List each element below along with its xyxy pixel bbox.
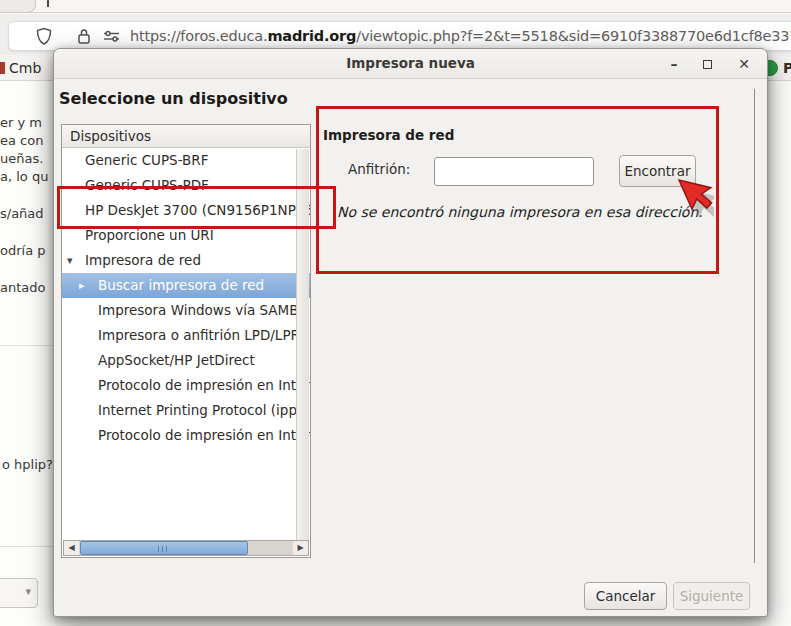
device-item-provide-uri[interactable]: Proporcione un URI bbox=[62, 223, 310, 248]
screen: https://foros.educa.madrid.org/viewtopic… bbox=[0, 0, 791, 626]
bookmark-item-right[interactable]: PC bbox=[783, 60, 791, 76]
page-text-line: a, lo qu bbox=[0, 169, 48, 184]
url-path: /viewtopic.php?f=2&t=5518&sid=6910f33887… bbox=[356, 28, 791, 44]
page-text-line: odría p bbox=[0, 243, 46, 258]
page-text-line: s/añad bbox=[0, 206, 44, 221]
bookmark-item-left[interactable]: Cmb bbox=[9, 60, 41, 76]
expander-right-icon[interactable]: ▸ bbox=[79, 273, 85, 298]
vertical-scrollbar[interactable] bbox=[296, 149, 309, 547]
chevron-down-icon: ▾ bbox=[25, 585, 31, 598]
lock-icon[interactable] bbox=[77, 28, 91, 45]
dialog-title: Impresora nueva bbox=[54, 55, 767, 71]
new-printer-dialog: Impresora nueva – ✕ Seleccione un dispos… bbox=[53, 48, 768, 617]
dropdown-button[interactable]: ▾ bbox=[0, 578, 38, 608]
horizontal-scrollbar[interactable]: ◀ ▶ bbox=[63, 540, 309, 556]
page-text-line: ueñas. bbox=[0, 151, 43, 166]
device-item-generic-cups-brf[interactable]: Generic CUPS-BRF bbox=[62, 148, 310, 173]
scrollbar-thumb[interactable] bbox=[80, 541, 248, 555]
close-button[interactable]: ✕ bbox=[733, 53, 755, 75]
dialog-titlebar[interactable]: Impresora nueva – ✕ bbox=[54, 49, 767, 79]
cancel-button[interactable]: Cancelar bbox=[584, 582, 667, 610]
page-title: Seleccione un dispositivo bbox=[59, 89, 288, 108]
device-list-header[interactable]: Dispositivos bbox=[62, 125, 310, 148]
browser-tab[interactable] bbox=[0, 0, 36, 13]
scroll-right-icon[interactable]: ▶ bbox=[293, 541, 308, 555]
host-label: Anfitrión: bbox=[348, 161, 410, 177]
minimize-button[interactable]: – bbox=[663, 53, 685, 75]
favicon-icon bbox=[0, 62, 5, 74]
maximize-icon bbox=[703, 60, 712, 69]
page-text-line: o hplip? bbox=[2, 457, 53, 472]
maximize-button[interactable] bbox=[697, 53, 719, 75]
expander-down-icon[interactable]: ▾ bbox=[67, 248, 73, 273]
scroll-left-icon[interactable]: ◀ bbox=[64, 541, 79, 555]
url-bar[interactable]: https://foros.educa.madrid.org/viewtopic… bbox=[8, 21, 791, 51]
host-input[interactable] bbox=[434, 157, 594, 186]
device-item-network-printer[interactable]: ▾Impresora de red bbox=[62, 248, 310, 273]
status-message: No se encontró ninguna impresora en esa … bbox=[337, 204, 703, 220]
page-text-line: er y m bbox=[0, 115, 42, 130]
divider bbox=[0, 546, 55, 547]
url-domain: madrid.org bbox=[267, 28, 356, 44]
url-text: https://foros.educa.madrid.org/viewtopic… bbox=[130, 28, 791, 44]
device-list: Dispositivos Generic CUPS-BRF Generic CU… bbox=[61, 124, 311, 558]
tab-text-fragment bbox=[47, 0, 49, 7]
grip-icon bbox=[158, 546, 170, 552]
page-content-fragment: er y m ea con ueñas. a, lo qu s/añad odr… bbox=[0, 81, 55, 626]
panel-separator bbox=[754, 89, 755, 563]
device-item-ipps[interactable]: Internet Printing Protocol (ipps) bbox=[62, 398, 310, 423]
find-button[interactable]: Encontrar bbox=[619, 155, 696, 187]
shield-icon[interactable] bbox=[35, 27, 53, 46]
device-item-samba[interactable]: Impresora Windows vía SAMBA bbox=[62, 298, 310, 323]
network-panel-heading: Impresora de red bbox=[323, 127, 454, 143]
device-item-generic-cups-pdf[interactable]: Generic CUPS-PDF bbox=[62, 173, 310, 198]
device-item-jetdirect[interactable]: AppSocket/HP JetDirect bbox=[62, 348, 310, 373]
device-item-hp-deskjet[interactable]: HP DeskJet 3700 (CN9156P1NP06H1 bbox=[62, 198, 310, 223]
page-text-line: ea con bbox=[0, 133, 43, 148]
page-text-line: antado bbox=[0, 280, 45, 295]
device-item-ipp2[interactable]: Protocolo de impresión en Intern bbox=[62, 423, 310, 448]
device-item-lpd-lpr[interactable]: Impresora o anfitrión LPD/LPR bbox=[62, 323, 310, 348]
scrollbar-track[interactable] bbox=[79, 541, 293, 555]
permissions-icon[interactable] bbox=[103, 30, 120, 42]
browser-tab-strip bbox=[0, 0, 791, 13]
device-item-ipp[interactable]: Protocolo de impresión en Intern bbox=[62, 373, 310, 398]
device-rows: Generic CUPS-BRF Generic CUPS-PDF HP Des… bbox=[62, 148, 310, 448]
device-item-find-network-printer[interactable]: ▸Buscar impresora de red bbox=[62, 273, 310, 298]
url-prefix: https://foros.educa. bbox=[130, 28, 267, 44]
next-button[interactable]: Siguiente bbox=[673, 582, 750, 610]
divider bbox=[0, 345, 55, 346]
